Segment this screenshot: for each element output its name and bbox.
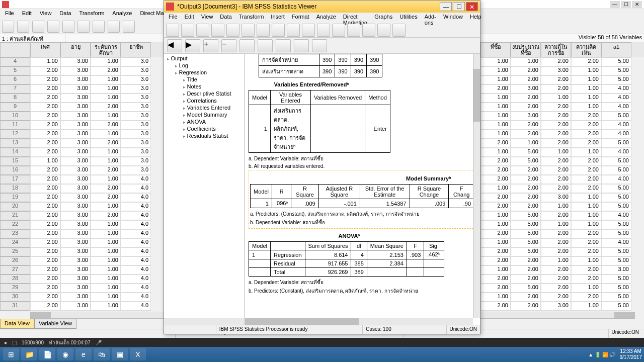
collapse-icon[interactable]	[258, 39, 273, 52]
row-number[interactable]: 25	[0, 247, 30, 256]
row-number[interactable]: 5	[0, 66, 30, 75]
data-cell[interactable]: 3.00	[60, 265, 91, 275]
top-partial-table[interactable]: การจัดจำหน่าย390390390390 ส่งเสริมการตลา…	[259, 54, 382, 77]
data-cell[interactable]: 2.00	[511, 293, 541, 302]
data-cell[interactable]: 1.00	[541, 94, 571, 103]
data-cell[interactable]: 3.00	[60, 202, 91, 211]
menu-file[interactable]: File	[1, 9, 18, 19]
data-cell[interactable]: 1.00	[480, 211, 511, 220]
maximize-button[interactable]: ☐	[453, 2, 465, 11]
data-cell[interactable]: 2.00	[30, 139, 60, 148]
explorer-icon[interactable]: 📁	[21, 348, 37, 360]
excel-icon[interactable]: X	[130, 348, 146, 360]
menu-insert[interactable]: Insert	[267, 13, 288, 23]
row-number[interactable]: 29	[0, 284, 30, 293]
data-cell[interactable]: 3.00	[511, 84, 541, 94]
data-cell[interactable]: 2.00	[480, 84, 511, 94]
data-cell[interactable]: 2.00	[511, 130, 541, 139]
data-cell[interactable]: 1.00	[91, 220, 121, 229]
data-cell[interactable]: 4.0	[121, 293, 151, 302]
promote-icon[interactable]: +	[203, 39, 218, 52]
data-cell[interactable]: 1.00	[480, 103, 511, 112]
data-cell[interactable]: 3.00	[60, 284, 91, 293]
data-cell[interactable]: 2.00	[511, 103, 541, 112]
data-cell[interactable]: 2.00	[30, 229, 60, 238]
close-button[interactable]: ✕	[466, 2, 478, 11]
menu-graphs[interactable]: Graphs	[371, 13, 396, 23]
expand-icon[interactable]	[239, 39, 255, 52]
row-number[interactable]: 23	[0, 229, 30, 238]
data-cell[interactable]: 3.00	[60, 166, 91, 175]
data-cell[interactable]: 4.0	[121, 175, 151, 184]
data-cell[interactable]: 2.00	[541, 57, 571, 66]
col-header[interactable]: งบประมาณที่ซื้อ	[511, 42, 541, 57]
data-cell[interactable]: 2.00	[30, 103, 60, 112]
data-cell[interactable]: 2.00	[541, 103, 571, 112]
start-button[interactable]: ⊞	[3, 348, 19, 360]
data-cell[interactable]: 4.0	[121, 229, 151, 238]
data-cell[interactable]: 4.00	[601, 121, 631, 130]
data-cell[interactable]: 1.00	[571, 284, 601, 293]
data-cell[interactable]: 2.00	[30, 284, 60, 293]
data-cell[interactable]: 5.00	[601, 166, 631, 175]
save-icon[interactable]	[17, 21, 29, 33]
app-icon[interactable]: ▣	[112, 348, 128, 360]
data-cell[interactable]: 2.00	[541, 284, 571, 293]
data-cell[interactable]: 2.00	[541, 275, 571, 284]
data-cell[interactable]: 5.00	[511, 238, 541, 247]
close-button[interactable]: ✕	[632, 1, 642, 8]
col-header[interactable]: ความคิดเห็น	[571, 42, 601, 57]
col-header[interactable]: ที่ซื้อ	[480, 42, 511, 57]
recall-icon[interactable]	[242, 24, 255, 37]
row-number[interactable]: 15	[0, 157, 30, 166]
data-cell[interactable]: 5.00	[601, 302, 631, 311]
row-number[interactable]: 28	[0, 275, 30, 284]
col-header[interactable]: a1	[601, 42, 631, 57]
data-cell[interactable]: 2.00	[541, 130, 571, 139]
data-cell[interactable]: 2.00	[571, 121, 601, 130]
data-cell[interactable]: 3.00	[60, 229, 91, 238]
data-cell[interactable]: 3.0	[121, 130, 151, 139]
menu-transform[interactable]: Transform	[75, 9, 109, 19]
tree-coef[interactable]: Coefficients	[165, 125, 243, 132]
rec-icon[interactable]: ●	[4, 340, 7, 345]
data-cell[interactable]: 2.00	[480, 302, 511, 311]
use-sets-icon[interactable]	[392, 24, 406, 37]
data-cell[interactable]: 4.0	[121, 211, 151, 220]
row-number[interactable]: 13	[0, 139, 30, 148]
tree-regression[interactable]: Regression	[165, 69, 243, 76]
data-cell[interactable]: 2.00	[541, 229, 571, 238]
data-cell[interactable]: 2.00	[91, 66, 121, 75]
chrome-icon[interactable]: ◉	[57, 348, 73, 360]
data-cell[interactable]: 1.00	[480, 57, 511, 66]
data-cell[interactable]: 5.00	[601, 112, 631, 121]
menu-analyze[interactable]: Analyze	[313, 13, 340, 23]
row-number[interactable]: 14	[0, 148, 30, 157]
data-cell[interactable]: 1.00	[571, 94, 601, 103]
row-number[interactable]: 24	[0, 238, 30, 247]
data-cell[interactable]: 1.00	[480, 265, 511, 275]
menu-data[interactable]: Data	[216, 13, 235, 23]
designate-icon[interactable]	[312, 39, 327, 52]
outline-tree[interactable]: Output Log Regression Title Notes Descri…	[164, 54, 245, 325]
data-cell[interactable]: 2.00	[541, 184, 571, 193]
menu-help[interactable]: Help	[466, 13, 485, 23]
data-cell[interactable]: 2.00	[541, 211, 571, 220]
row-number[interactable]: 30	[0, 293, 30, 302]
data-cell[interactable]: 2.00	[30, 193, 60, 202]
data-cell[interactable]: 2.00	[30, 202, 60, 211]
data-cell[interactable]: 2.00	[480, 256, 511, 265]
data-cell[interactable]: 1.00	[480, 75, 511, 84]
data-cell[interactable]: 5.00	[601, 75, 631, 84]
data-cell[interactable]: 3.0	[121, 103, 151, 112]
menu-edit[interactable]: Edit	[181, 13, 198, 23]
data-cell[interactable]: 2.00	[571, 157, 601, 166]
select-icon[interactable]	[332, 24, 345, 37]
data-cell[interactable]: 3.00	[60, 293, 91, 302]
data-cell[interactable]: 1.00	[91, 229, 121, 238]
data-cell[interactable]: 3.00	[60, 57, 91, 66]
data-cell[interactable]: 3.00	[60, 275, 91, 284]
data-cell[interactable]: 2.00	[30, 238, 60, 247]
data-cell[interactable]: 2.00	[541, 265, 571, 275]
row-number[interactable]: 20	[0, 202, 30, 211]
